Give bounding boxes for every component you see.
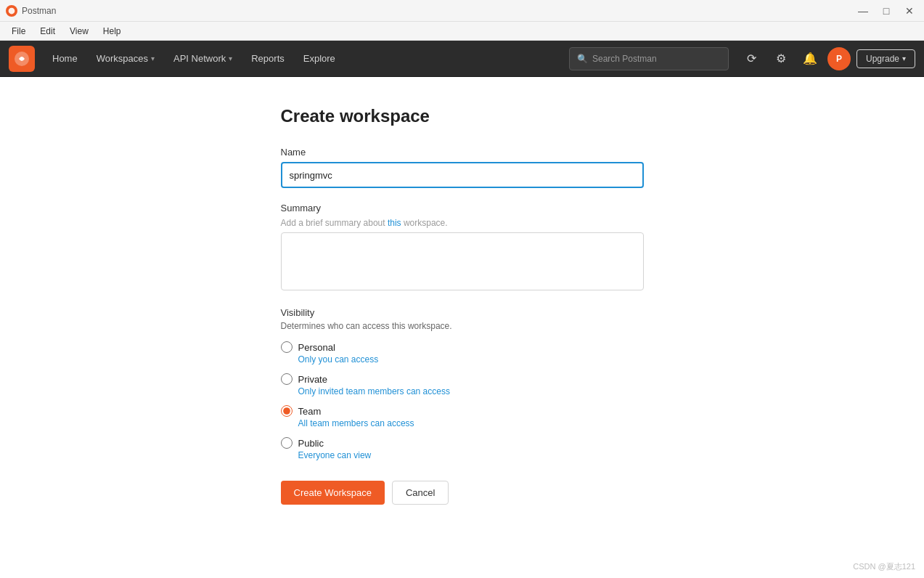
- menu-file[interactable]: File: [6, 25, 31, 38]
- nav-explore[interactable]: Explore: [295, 49, 344, 68]
- page-title: Create workspace: [281, 106, 644, 126]
- title-bar: Postman — □ ✕: [0, 0, 924, 22]
- summary-hint-link[interactable]: this: [388, 218, 401, 228]
- visibility-private-desc: Only invited team members can access: [298, 386, 644, 396]
- cancel-button[interactable]: Cancel: [392, 481, 449, 505]
- visibility-public: Public Everyone can view: [281, 437, 644, 460]
- nav-home[interactable]: Home: [44, 49, 86, 68]
- visibility-team-radio[interactable]: [281, 405, 293, 417]
- app-title: Postman: [22, 6, 56, 16]
- menu-help[interactable]: Help: [97, 25, 127, 38]
- visibility-team-text: Team: [298, 406, 322, 417]
- watermark: CSDN @夏志121: [853, 561, 915, 572]
- visibility-hint: Determines who can access this workspace…: [281, 321, 644, 331]
- nav-items: Home Workspaces ▾ API Network ▾ Reports …: [44, 49, 557, 68]
- button-row: Create Workspace Cancel: [281, 481, 644, 505]
- visibility-private-radio[interactable]: [281, 373, 293, 385]
- visibility-field-group: Visibility Determines who can access thi…: [281, 307, 644, 460]
- close-button[interactable]: ✕: [901, 2, 918, 20]
- nav-logo[interactable]: [9, 46, 35, 72]
- create-workspace-form: Create workspace Name Summary Add a brie…: [281, 106, 644, 549]
- bell-icon: 🔔: [803, 52, 817, 65]
- search-placeholder: Search Postman: [592, 54, 657, 64]
- maximize-button[interactable]: □: [878, 2, 895, 20]
- visibility-private-label[interactable]: Private: [281, 373, 644, 385]
- visibility-personal: Personal Only you can access: [281, 341, 644, 365]
- nav-api-network[interactable]: API Network ▾: [165, 49, 241, 68]
- visibility-team: Team All team members can access: [281, 405, 644, 428]
- summary-label: Summary: [281, 203, 644, 213]
- search-icon: 🔍: [577, 54, 588, 64]
- visibility-public-desc: Everyone can view: [298, 450, 644, 460]
- visibility-radio-group: Personal Only you can access Private Onl…: [281, 341, 644, 460]
- summary-hint: Add a brief summary about this workspace…: [281, 218, 644, 228]
- gear-icon: ⚙: [776, 52, 786, 65]
- nav-reports[interactable]: Reports: [242, 49, 293, 68]
- visibility-team-desc: All team members can access: [298, 418, 644, 428]
- nav-bar: Home Workspaces ▾ API Network ▾ Reports …: [0, 41, 924, 77]
- menu-bar: File Edit View Help: [0, 22, 924, 41]
- settings-button[interactable]: ⚙: [769, 47, 793, 70]
- visibility-personal-label[interactable]: Personal: [281, 341, 644, 353]
- title-bar-left: Postman: [6, 5, 56, 17]
- visibility-personal-radio[interactable]: [281, 341, 293, 353]
- postman-logo-icon: [6, 5, 17, 17]
- window-controls: — □ ✕: [854, 2, 918, 20]
- minimize-button[interactable]: —: [854, 2, 872, 20]
- menu-edit[interactable]: Edit: [34, 25, 61, 38]
- notifications-button[interactable]: 🔔: [798, 47, 822, 70]
- summary-textarea[interactable]: [281, 232, 644, 290]
- upgrade-chevron-icon: ▾: [902, 54, 906, 62]
- visibility-private: Private Only invited team members can ac…: [281, 373, 644, 396]
- visibility-label: Visibility: [281, 307, 644, 318]
- create-workspace-button[interactable]: Create Workspace: [281, 481, 385, 505]
- upgrade-button[interactable]: Upgrade ▾: [856, 49, 915, 68]
- sync-icon-button[interactable]: ⟳: [740, 47, 764, 70]
- summary-field-group: Summary Add a brief summary about this w…: [281, 203, 644, 293]
- workspaces-chevron-icon: ▾: [151, 54, 155, 62]
- search-bar[interactable]: 🔍 Search Postman: [569, 47, 729, 70]
- visibility-personal-desc: Only you can access: [298, 354, 644, 365]
- visibility-team-label[interactable]: Team: [281, 405, 644, 417]
- nav-actions: ⟳ ⚙ 🔔 P Upgrade ▾: [740, 47, 915, 70]
- api-network-chevron-icon: ▾: [229, 54, 232, 62]
- menu-view[interactable]: View: [64, 25, 94, 38]
- visibility-public-text: Public: [298, 438, 324, 449]
- visibility-public-label[interactable]: Public: [281, 437, 644, 449]
- main-content: Create workspace Name Summary Add a brie…: [0, 77, 924, 578]
- visibility-private-text: Private: [298, 374, 327, 385]
- avatar[interactable]: P: [827, 47, 851, 70]
- nav-workspaces[interactable]: Workspaces ▾: [88, 49, 163, 68]
- visibility-personal-text: Personal: [298, 342, 335, 353]
- visibility-public-radio[interactable]: [281, 437, 293, 449]
- name-field-group: Name: [281, 147, 644, 188]
- svg-point-0: [9, 7, 15, 14]
- sync-icon: ⟳: [747, 52, 756, 65]
- name-label: Name: [281, 147, 644, 158]
- name-input[interactable]: [281, 162, 644, 188]
